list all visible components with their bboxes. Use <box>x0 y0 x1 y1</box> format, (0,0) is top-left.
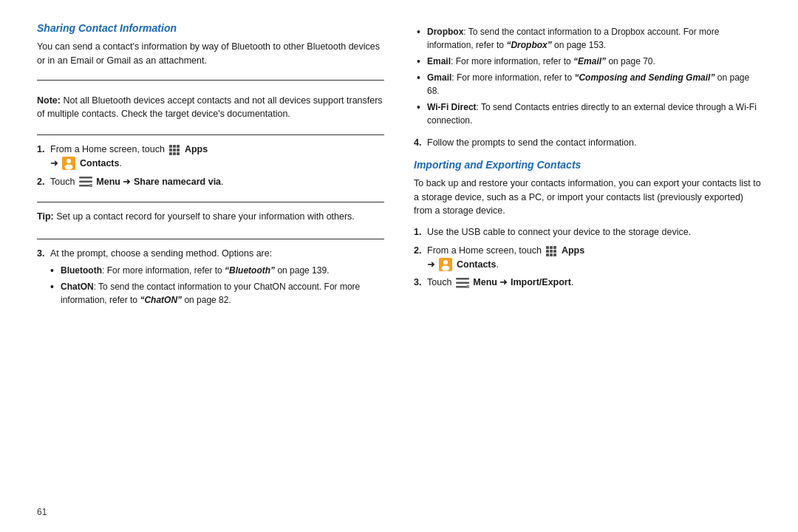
svg-rect-29 <box>456 282 469 284</box>
step1-num: 1. <box>37 143 50 171</box>
bullet-chaton-italic: “ChatON” <box>140 295 182 305</box>
svg-rect-16 <box>546 246 549 249</box>
content-area: Sharing Contact Information You can send… <box>37 22 761 510</box>
right-step2-num: 2. <box>414 244 427 272</box>
tip-label: Tip: <box>37 211 54 222</box>
right-step2-text-pre: From a Home screen, touch <box>427 245 542 256</box>
svg-point-11 <box>65 165 73 170</box>
step3-content: At the prompt, choose a sending method. … <box>50 247 384 310</box>
page: Sharing Contact Information You can send… <box>0 0 798 532</box>
svg-rect-6 <box>169 152 172 155</box>
apps-icon-right <box>545 245 557 257</box>
step2-num: 2. <box>37 175 50 189</box>
right-step-2: 2. From a Home screen, touch <box>414 244 761 272</box>
bullet-bluetooth-text: : For more information, refer to <box>102 265 225 276</box>
bullet-dropbox-label: Dropbox <box>427 27 463 37</box>
svg-rect-12 <box>79 177 92 179</box>
step2-content: Touch Menu ➜ Share namecard via. <box>50 175 224 189</box>
bullet-chaton-label: ChatON <box>61 282 94 292</box>
svg-rect-5 <box>177 149 180 151</box>
step1-period: . <box>119 158 121 168</box>
bullet-dot-1: • <box>50 264 61 277</box>
right-step2-period: . <box>496 259 498 270</box>
right-step3-text-pre: Touch <box>427 277 451 287</box>
right-column: • Dropbox: To send the contact informati… <box>414 22 761 510</box>
divider-4 <box>37 239 384 239</box>
left-column: Sharing Contact Information You can send… <box>37 22 384 510</box>
step-2: 2. Touch Menu ➜ Share namecard <box>37 175 384 189</box>
bullet-dot-2: • <box>50 280 61 307</box>
apps-icon <box>168 144 180 156</box>
bullet-bluetooth-italic: “Bluetooth” <box>225 265 275 276</box>
step2-text-pre: Touch <box>50 177 75 187</box>
svg-rect-0 <box>169 145 172 148</box>
svg-rect-7 <box>173 152 176 155</box>
bullet-dropbox-italic: “Dropbox” <box>506 40 551 50</box>
bullet-bluetooth-text2: on page 139. <box>275 265 329 276</box>
divider-1 <box>37 80 384 81</box>
svg-point-26 <box>443 260 448 265</box>
step1-arrow1: ➜ <box>50 158 58 168</box>
left-bullet-list: • Bluetooth: For more information, refer… <box>50 264 384 307</box>
step1-content: From a Home screen, touch <box>50 143 384 171</box>
right-step2-apps-label: Apps <box>562 245 584 256</box>
menu-icon-right <box>456 278 469 288</box>
step2-menu-label: Menu <box>96 177 120 187</box>
svg-rect-24 <box>553 253 556 256</box>
svg-rect-23 <box>550 253 553 256</box>
step3-text: At the prompt, choose a sending method. … <box>50 248 272 259</box>
step-4: 4. Follow the prompts to send the contac… <box>414 136 761 150</box>
right-bullet-list: • Dropbox: To send the contact informati… <box>414 25 761 130</box>
bullet-chaton: • ChatON: To send the contact informatio… <box>50 280 384 307</box>
tip-box: Tip: Set up a contact record for yoursel… <box>37 210 384 224</box>
menu-icon-left <box>79 177 92 187</box>
svg-rect-13 <box>79 181 92 183</box>
contacts-icon-left <box>62 157 75 170</box>
bullet-dropbox-text2: on page 153. <box>552 40 606 50</box>
svg-rect-22 <box>546 253 549 256</box>
bullet-gmail: • Gmail: For more information, refer to … <box>417 71 761 98</box>
right-step-3: 3. Touch Menu ➜ Import/Export. <box>414 276 761 290</box>
bullet-dot-6: • <box>417 100 427 127</box>
section1-body: You can send a contact's information by … <box>37 40 384 68</box>
page-number: 61 <box>37 507 47 517</box>
bullet-email-text: : For more information, refer to <box>451 56 573 66</box>
svg-rect-17 <box>550 246 553 249</box>
bullet-dot-5: • <box>417 71 427 98</box>
svg-rect-18 <box>553 246 556 249</box>
svg-rect-19 <box>546 250 549 253</box>
svg-rect-31 <box>466 285 469 288</box>
section1-title: Sharing Contact Information <box>37 22 384 34</box>
note-box: Note: Not all Bluetooth devices accept c… <box>37 88 384 128</box>
note-body: Not all Bluetooth devices accept contact… <box>37 95 383 120</box>
step3-num: 3. <box>37 247 50 310</box>
step1-apps-label: Apps <box>185 144 208 154</box>
bullet-gmail-content: Gmail: For more information, refer to “C… <box>427 71 761 98</box>
svg-rect-4 <box>173 149 176 151</box>
svg-rect-3 <box>169 149 172 151</box>
bullet-wifidirect-label: Wi-Fi Direct <box>427 102 477 112</box>
bullet-email-content: Email: For more information, refer to “E… <box>427 55 761 68</box>
right-step2-arrow1: ➜ <box>427 259 435 270</box>
contacts-icon-right <box>439 258 452 271</box>
section2-body: To back up and restore your contacts inf… <box>414 177 761 218</box>
svg-rect-8 <box>177 152 180 155</box>
bullet-wifidirect: • Wi-Fi Direct: To send Contacts entries… <box>417 100 761 127</box>
svg-rect-21 <box>553 250 556 253</box>
bullet-email: • Email: For more information, refer to … <box>417 55 761 68</box>
step4-text: Follow the prompts to send the contact i… <box>427 137 636 148</box>
svg-rect-2 <box>177 145 180 148</box>
svg-rect-1 <box>173 145 176 148</box>
step2-period: . <box>221 177 223 187</box>
right-step3-arrow: ➜ <box>499 277 510 287</box>
right-step3-num: 3. <box>414 276 427 290</box>
bullet-gmail-text: : For more information, refer to <box>451 72 574 83</box>
section2-title: Importing and Exporting Contacts <box>414 159 761 171</box>
right-step1-num: 1. <box>414 225 427 239</box>
right-step3-menu-label: Menu <box>473 277 497 287</box>
bullet-email-italic: “Email” <box>573 56 606 66</box>
right-step2-contacts-label: Contacts <box>457 259 496 270</box>
tip-body: Set up a contact record for yourself to … <box>56 211 355 222</box>
right-step3-content: Touch Menu ➜ Import/Export. <box>427 276 573 290</box>
step-3: 3. At the prompt, choose a sending metho… <box>37 247 384 310</box>
